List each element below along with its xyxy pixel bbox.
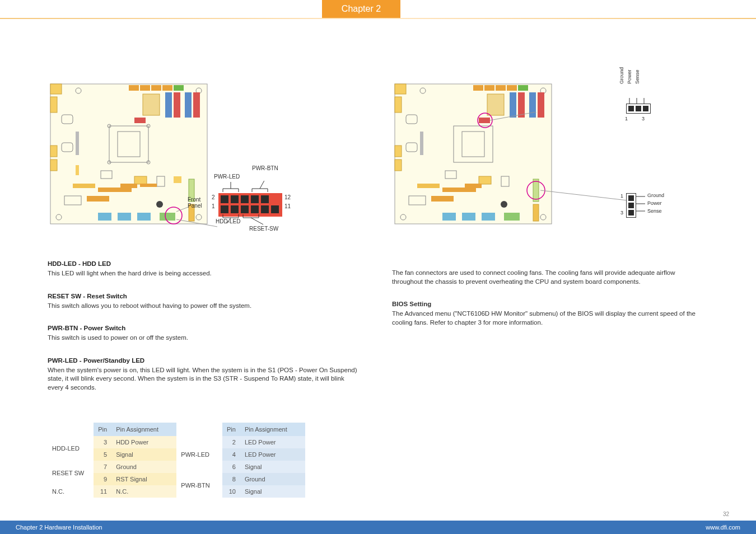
bracket-bottom-icon xyxy=(218,213,284,226)
left-column: Front Panel 2 1 12 11 PWR-BTN PWR-LED RE… xyxy=(48,78,361,392)
svg-rect-54 xyxy=(395,84,552,224)
svg-rect-36 xyxy=(120,184,137,188)
svg-rect-40 xyxy=(98,213,111,221)
svg-rect-86 xyxy=(431,196,454,202)
svg-line-96 xyxy=(490,112,627,120)
label-power: Power xyxy=(627,62,632,84)
label-reset-sw: RESET-SW xyxy=(249,226,278,232)
svg-rect-90 xyxy=(504,213,520,221)
svg-rect-25 xyxy=(185,92,192,118)
svg-rect-19 xyxy=(151,85,161,91)
svg-rect-29 xyxy=(76,165,79,175)
svg-rect-89 xyxy=(482,213,495,221)
pin-leads-icon xyxy=(627,98,650,104)
svg-rect-21 xyxy=(174,85,184,91)
text-reset-sw: This switch allows you to reboot without… xyxy=(48,302,361,311)
table-row: RESET SW 7 Ground 6 Signal xyxy=(48,461,305,473)
svg-rect-61 xyxy=(395,146,402,157)
svg-rect-22 xyxy=(143,94,160,115)
svg-point-44 xyxy=(156,201,163,208)
svg-rect-93 xyxy=(533,204,539,221)
front-panel-connector: Front Panel 2 1 12 11 PWR-BTN PWR-LED RE… xyxy=(218,193,282,217)
fan-pins-icon xyxy=(626,193,636,218)
fan-pins-icon xyxy=(626,104,651,114)
svg-rect-78 xyxy=(420,132,423,155)
motherboard-illustration-icon xyxy=(392,78,554,229)
label-pwr-led: PWR-LED xyxy=(214,174,240,180)
text-bios-setting: The Advanced menu ("NCT6106D HW Monitor"… xyxy=(392,310,703,327)
pin-number: 1 xyxy=(625,116,628,121)
label-sense: Sense xyxy=(647,208,662,214)
pin-number: 1 xyxy=(620,193,623,199)
text-hdd-led: This LED will light when the hard drive … xyxy=(48,269,361,278)
board-diagram-front-panel xyxy=(48,78,210,229)
th-blank xyxy=(176,423,222,436)
svg-rect-41 xyxy=(118,213,131,221)
footer-right: www.dfi.com xyxy=(706,524,740,531)
svg-rect-5 xyxy=(50,84,62,94)
svg-rect-80 xyxy=(479,176,491,184)
svg-rect-42 xyxy=(137,213,151,221)
svg-rect-20 xyxy=(162,85,172,91)
svg-rect-28 xyxy=(76,132,79,155)
svg-rect-59 xyxy=(395,84,406,94)
pin-number: 3 xyxy=(620,210,623,216)
page-number: 32 xyxy=(723,511,729,517)
heading-pwr-led: PWR-LED - Power/Standby LED xyxy=(48,357,361,364)
right-column: 1 3 Ground Power Sense 1 3 Ground Power xyxy=(392,78,706,229)
svg-rect-26 xyxy=(193,92,200,118)
right-text-block: The fan connectors are used to connect c… xyxy=(392,269,703,327)
text-pwr-led: When the system's power is on, this LED … xyxy=(48,366,361,392)
svg-rect-27 xyxy=(134,118,146,123)
svg-rect-37 xyxy=(140,184,157,187)
pin-number: 11 xyxy=(284,203,291,209)
footer-bar: Chapter 2 Hardware Installation www.dfi.… xyxy=(0,521,756,534)
text-pwr-btn: This switch is used to power on or off t… xyxy=(48,334,361,343)
svg-rect-67 xyxy=(473,85,483,91)
svg-rect-87 xyxy=(442,213,456,221)
svg-rect-62 xyxy=(395,160,402,171)
svg-rect-6 xyxy=(50,97,57,113)
svg-rect-34 xyxy=(73,184,95,188)
svg-rect-68 xyxy=(484,85,494,91)
svg-rect-92 xyxy=(533,179,539,202)
chapter-tab: Chapter 2 xyxy=(322,0,400,18)
th-pin: Pin xyxy=(222,423,240,436)
table-row: HDD-LED 3 HDD Power PWR-LED 2 LED Power xyxy=(48,436,305,448)
label-ground: Ground xyxy=(619,62,624,84)
th-assign: Pin Assignment xyxy=(240,423,305,436)
svg-rect-60 xyxy=(395,97,402,113)
table-row: N.C. 11 N.C. 10 Signal xyxy=(48,485,305,498)
pin-number: 3 xyxy=(642,116,645,121)
pin-number: 12 xyxy=(284,194,291,200)
svg-rect-82 xyxy=(417,184,440,188)
svg-point-91 xyxy=(501,201,507,208)
svg-rect-23 xyxy=(165,92,172,118)
heading-reset-sw: RESET SW - Reset Switch xyxy=(48,293,361,299)
th-pin: Pin xyxy=(94,423,111,436)
footer-left: Chapter 2 Hardware Installation xyxy=(16,524,102,531)
svg-rect-88 xyxy=(462,213,475,221)
pin-assignment-table: Pin Pin Assignment Pin Pin Assignment HD… xyxy=(48,423,305,498)
svg-rect-71 xyxy=(518,85,528,91)
svg-line-53 xyxy=(251,218,263,224)
th-assign: Pin Assignment xyxy=(111,423,176,436)
label-ground: Ground xyxy=(647,193,664,198)
front-panel-caption: Front Panel xyxy=(188,196,202,209)
bracket-top-icon xyxy=(218,181,284,193)
svg-rect-84 xyxy=(465,184,482,188)
svg-rect-0 xyxy=(50,84,207,224)
header: Chapter 2 xyxy=(0,0,756,25)
board-diagram-fan xyxy=(392,78,554,229)
svg-line-97 xyxy=(540,190,627,200)
svg-rect-18 xyxy=(140,85,150,91)
svg-rect-39 xyxy=(87,196,109,202)
heading-bios-setting: BIOS Setting xyxy=(392,301,703,307)
svg-rect-69 xyxy=(496,85,506,91)
svg-line-51 xyxy=(260,181,269,189)
svg-rect-35 xyxy=(98,188,132,192)
pin-number: 1 xyxy=(212,203,215,209)
pin-leads-icon xyxy=(636,194,646,217)
svg-rect-31 xyxy=(134,176,147,184)
fan-connector-2: 1 3 Ground Power Sense xyxy=(626,193,636,218)
